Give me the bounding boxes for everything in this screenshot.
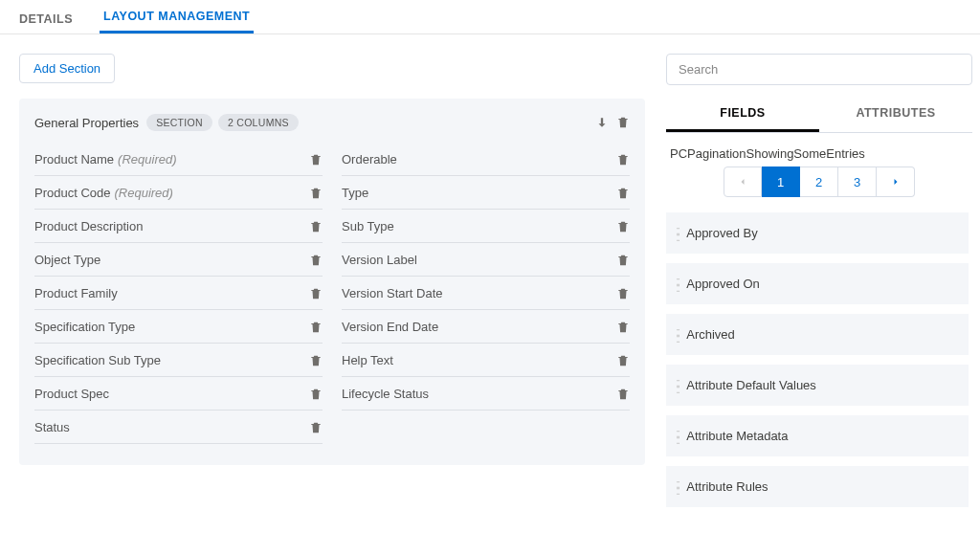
available-fields-list: ::::Approved By::::Approved On::::Archiv… xyxy=(666,212,972,533)
tab-layout-management[interactable]: Layout Management xyxy=(100,2,254,33)
field-row[interactable]: Object Type xyxy=(34,243,323,277)
field-label: Status xyxy=(34,420,70,434)
page-next-button[interactable] xyxy=(877,167,915,197)
badge-columns: 2 Columns xyxy=(218,114,299,131)
delete-field-icon[interactable] xyxy=(309,421,323,434)
field-label: Product Description xyxy=(34,219,143,233)
badge-section: Section xyxy=(146,114,212,131)
field-label: Lifecycle Status xyxy=(342,387,429,401)
field-row[interactable]: Product Spec xyxy=(34,377,323,411)
field-label: Product Name xyxy=(34,152,114,167)
field-label: Object Type xyxy=(34,253,100,267)
drag-handle-icon[interactable]: :::: xyxy=(676,379,679,392)
available-field-label: Approved By xyxy=(686,226,757,240)
field-row[interactable]: Lifecycle Status xyxy=(342,377,630,411)
delete-field-icon[interactable] xyxy=(616,321,630,334)
page-button-3[interactable]: 3 xyxy=(838,167,877,197)
delete-field-icon[interactable] xyxy=(616,187,630,200)
field-label: Orderable xyxy=(342,152,397,167)
field-row[interactable]: Specification Sub Type xyxy=(34,344,323,377)
drag-handle-icon[interactable]: :::: xyxy=(676,227,679,240)
delete-field-icon[interactable] xyxy=(616,153,630,167)
field-label: Product Spec xyxy=(34,387,109,401)
available-field[interactable]: ::::Archived xyxy=(666,314,969,355)
available-field[interactable]: ::::Approved On xyxy=(666,263,969,304)
drag-handle-icon[interactable]: :::: xyxy=(676,430,679,443)
tab-attributes[interactable]: Attributes xyxy=(819,97,972,132)
field-row[interactable]: Version Start Date xyxy=(342,277,630,310)
field-row[interactable]: Version Label xyxy=(342,243,630,277)
pagination-label: PCPaginationShowingSomeEntries xyxy=(670,146,972,161)
field-label: Type xyxy=(342,186,368,200)
field-row[interactable]: Sub Type xyxy=(342,210,630,243)
delete-field-icon[interactable] xyxy=(616,354,630,367)
available-field[interactable]: ::::Attribute Metadata xyxy=(666,415,969,456)
available-field[interactable]: ::::Attribute Rules xyxy=(666,466,969,507)
required-suffix: (Required) xyxy=(118,152,176,167)
search-input[interactable] xyxy=(666,54,972,85)
page-button-1[interactable]: 1 xyxy=(762,167,800,197)
delete-field-icon[interactable] xyxy=(309,153,323,167)
field-row[interactable]: Product Family xyxy=(34,277,323,310)
drag-handle-icon[interactable]: :::: xyxy=(676,328,679,342)
add-section-button[interactable]: Add Section xyxy=(19,54,115,83)
sidebar: Fields Attributes PCPaginationShowingSom… xyxy=(666,54,972,533)
field-row[interactable]: Help Text xyxy=(342,344,630,377)
field-label: Help Text xyxy=(342,353,393,367)
required-suffix: (Required) xyxy=(115,186,173,200)
field-row[interactable]: Product Name(Required) xyxy=(34,143,323,176)
section-card: General Properties Section 2 Columns Pro… xyxy=(19,99,645,465)
tab-details[interactable]: Details xyxy=(15,5,77,33)
delete-field-icon[interactable] xyxy=(616,220,630,233)
available-field-label: Attribute Rules xyxy=(686,479,768,494)
field-label: Product Family xyxy=(34,286,118,300)
field-label: Specification Type xyxy=(34,320,135,334)
field-row[interactable]: Orderable xyxy=(342,143,630,176)
available-field-label: Approved On xyxy=(686,277,760,291)
delete-field-icon[interactable] xyxy=(309,187,323,200)
available-field-label: Attribute Metadata xyxy=(686,429,788,443)
section-column-1: Product Name(Required)Product Code(Requi… xyxy=(34,143,323,444)
page-prev-button xyxy=(724,167,762,197)
field-row[interactable]: Specification Type xyxy=(34,310,323,344)
field-label: Specification Sub Type xyxy=(34,353,161,367)
move-down-icon[interactable] xyxy=(595,116,609,129)
delete-section-icon[interactable] xyxy=(616,116,630,129)
section-title: General Properties xyxy=(34,116,139,130)
delete-field-icon[interactable] xyxy=(309,388,323,401)
available-field[interactable]: ::::Attribute Default Values xyxy=(666,365,969,406)
top-tabs: Details Layout Management xyxy=(0,0,980,34)
layout-canvas: Add Section General Properties Section 2… xyxy=(19,54,649,533)
field-label: Version End Date xyxy=(342,320,438,334)
field-row[interactable]: Product Code(Required) xyxy=(34,176,323,210)
delete-field-icon[interactable] xyxy=(616,287,630,300)
delete-field-icon[interactable] xyxy=(309,254,323,267)
field-row[interactable]: Product Description xyxy=(34,210,323,243)
delete-field-icon[interactable] xyxy=(309,321,323,334)
field-label: Version Start Date xyxy=(342,286,443,300)
section-column-2: OrderableTypeSub TypeVersion LabelVersio… xyxy=(342,143,630,444)
pagination: 123 xyxy=(666,167,972,197)
delete-field-icon[interactable] xyxy=(616,388,630,401)
delete-field-icon[interactable] xyxy=(616,254,630,267)
field-row[interactable]: Status xyxy=(34,411,323,444)
page-button-2[interactable]: 2 xyxy=(800,167,838,197)
field-label: Product Code xyxy=(34,186,111,200)
delete-field-icon[interactable] xyxy=(309,220,323,233)
available-field-label: Archived xyxy=(686,327,735,342)
field-label: Sub Type xyxy=(342,219,394,233)
delete-field-icon[interactable] xyxy=(309,287,323,300)
field-row[interactable]: Type xyxy=(342,176,630,210)
available-field-label: Attribute Default Values xyxy=(686,378,816,392)
available-field[interactable]: ::::Approved By xyxy=(666,212,969,254)
drag-handle-icon[interactable]: :::: xyxy=(676,278,679,291)
drag-handle-icon[interactable]: :::: xyxy=(676,480,679,494)
field-label: Version Label xyxy=(342,253,417,267)
tab-fields[interactable]: Fields xyxy=(666,97,819,132)
delete-field-icon[interactable] xyxy=(309,354,323,367)
field-row[interactable]: Version End Date xyxy=(342,310,630,344)
